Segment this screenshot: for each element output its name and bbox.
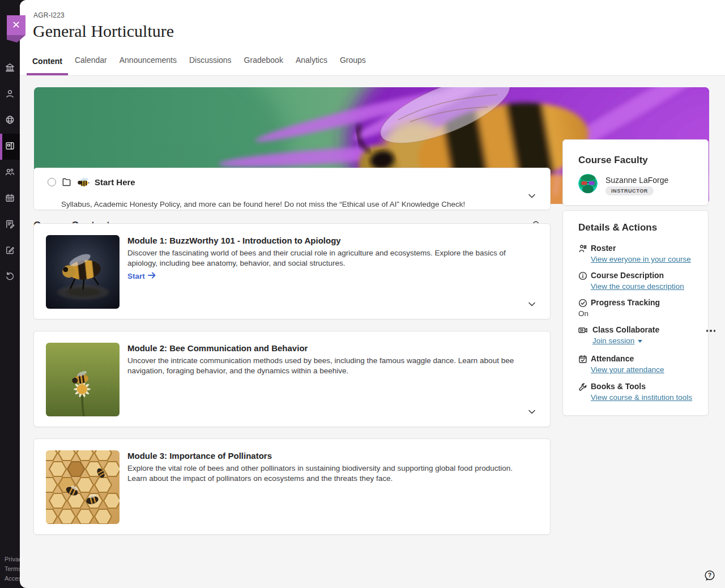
- tab-calendar[interactable]: Calendar: [69, 56, 113, 75]
- nav-grades-button[interactable]: [0, 238, 20, 264]
- course-code: AGR-I223: [33, 11, 65, 19]
- module-card: Module 3: Importance of Pollinators Expl…: [33, 438, 551, 535]
- start-here-row: Start Here: [48, 177, 135, 188]
- details-label: Attendance: [591, 354, 634, 363]
- module-description: Uncover the intricate communication meth…: [127, 356, 518, 376]
- tab-content[interactable]: Content: [27, 56, 68, 75]
- sign-out-icon: [5, 271, 15, 283]
- tab-discussions[interactable]: Discussions: [184, 56, 237, 75]
- nav-calendar-button[interactable]: [0, 186, 20, 212]
- global-nav: Privacy Terms Accessibility: [0, 0, 20, 588]
- nav-courses-button[interactable]: [0, 134, 20, 160]
- chevron-down-icon: [527, 410, 536, 418]
- attendance-link[interactable]: View your attendance: [591, 365, 664, 374]
- wrench-icon: [578, 382, 587, 391]
- accessibility-link[interactable]: Accessibility: [5, 574, 20, 583]
- module-thumbnail: [46, 343, 120, 416]
- details-label: Progress Tracking: [591, 298, 660, 307]
- module-thumbnail: [46, 235, 120, 309]
- progress-tracking-value: On: [578, 309, 588, 318]
- arrow-right-icon: [148, 272, 156, 280]
- collaborate-camera-icon: [578, 326, 587, 335]
- nav-organizations-button[interactable]: [0, 160, 20, 186]
- instructor-avatar[interactable]: [578, 174, 598, 193]
- attendance-icon: [578, 355, 587, 364]
- help-icon: ?: [703, 569, 717, 582]
- start-here-description: Syllabus, Academic Honesty Policy, and m…: [61, 200, 492, 208]
- app-window: Privacy Terms Accessibility AGR-I223 Gen…: [0, 0, 725, 588]
- join-session-link[interactable]: Join session: [592, 336, 642, 345]
- terms-link[interactable]: Terms: [5, 564, 20, 574]
- details-label: Class Collaborate: [592, 325, 659, 334]
- close-icon: [12, 20, 20, 31]
- nav-messages-button[interactable]: [0, 212, 20, 238]
- people-icon: [5, 167, 15, 179]
- expand-start-here-button[interactable]: [526, 191, 538, 202]
- module-title[interactable]: Module 2: Bee Communication and Behavior: [127, 343, 308, 353]
- legal-links: Privacy Terms Accessibility: [5, 555, 20, 583]
- chevron-down-icon: [527, 194, 536, 202]
- tab-analytics[interactable]: Analytics: [290, 56, 333, 75]
- details-heading: Details & Actions: [578, 222, 657, 233]
- roster-icon: [578, 244, 587, 253]
- module-title[interactable]: Module 1: BuzzWorthy 101 - Introduction …: [127, 236, 341, 245]
- tab-groups[interactable]: Groups: [334, 56, 372, 75]
- message-icon: [5, 219, 15, 231]
- grades-icon: [5, 245, 15, 257]
- module-thumbnail: [46, 450, 120, 524]
- expand-module-button[interactable]: [526, 299, 538, 310]
- details-label: Course Description: [591, 271, 664, 280]
- globe-icon: [5, 114, 15, 127]
- tab-gradebook[interactable]: Gradebook: [238, 56, 289, 75]
- bank-icon: [5, 62, 15, 75]
- module-title[interactable]: Module 3: Importance of Pollinators: [127, 451, 272, 461]
- instructor-name: Suzanne LaForge: [605, 176, 668, 185]
- roster-link[interactable]: View everyone in your course: [591, 255, 691, 263]
- collaborate-menu-button[interactable]: [705, 327, 717, 334]
- nav-activity-stream-button[interactable]: [0, 108, 20, 134]
- courses-icon: [5, 140, 15, 153]
- nav-institution-button[interactable]: [0, 56, 20, 82]
- details-label: Books & Tools: [591, 382, 646, 391]
- svg-text:?: ?: [708, 572, 711, 578]
- course-panel: AGR-I223 General Horticulture Content Ca…: [20, 0, 725, 588]
- course-tabs: Content Calendar Announcements Discussio…: [27, 56, 372, 75]
- close-course-button[interactable]: [7, 15, 25, 35]
- start-link-label: Start: [127, 272, 145, 280]
- module-description: Explore the vital role of bees and other…: [127, 463, 518, 484]
- faculty-heading: Course Faculty: [578, 155, 648, 166]
- nav-sign-out-button[interactable]: [0, 264, 20, 290]
- details-label: Roster: [591, 244, 616, 253]
- course-description-link[interactable]: View the course description: [591, 282, 684, 291]
- info-icon: [578, 271, 587, 280]
- chevron-down-icon: [527, 302, 536, 310]
- privacy-link[interactable]: Privacy: [5, 555, 20, 564]
- course-header: AGR-I223 General Horticulture Content Ca…: [20, 0, 725, 76]
- books-tools-link[interactable]: View course & institution tools: [591, 393, 692, 402]
- expand-module-button[interactable]: [526, 407, 538, 418]
- instructor-role-badge: INSTRUCTOR: [605, 186, 654, 195]
- calendar-icon: [5, 193, 15, 205]
- caret-down-icon: [638, 340, 642, 343]
- course-title: General Horticulture: [33, 22, 174, 41]
- start-here-title[interactable]: Start Here: [95, 177, 135, 187]
- details-actions-card: Details & Actions Roster View everyone i…: [562, 210, 709, 416]
- progress-radio[interactable]: [48, 178, 56, 186]
- check-circle-icon: [578, 299, 587, 308]
- person-icon: [5, 88, 15, 101]
- help-button[interactable]: ?: [703, 569, 717, 582]
- module-start-link[interactable]: Start: [127, 272, 156, 280]
- folder-icon: [61, 177, 72, 188]
- module-description: Discover the fascinating world of bees a…: [127, 248, 518, 269]
- join-session-label: Join session: [592, 336, 634, 345]
- start-here-card: Start Here Syllabus, Academic Honesty Po…: [33, 168, 551, 210]
- tab-announcements[interactable]: Announcements: [114, 56, 182, 75]
- bee-emoji-icon: [77, 177, 89, 187]
- course-faculty-card: Course Faculty Suzanne LaForge INSTRUCTO…: [562, 139, 709, 206]
- module-card: Module 1: BuzzWorthy 101 - Introduction …: [33, 223, 551, 319]
- nav-profile-button[interactable]: [0, 82, 20, 108]
- global-nav-items: [0, 56, 20, 290]
- module-card: Module 2: Bee Communication and Behavior…: [33, 331, 551, 427]
